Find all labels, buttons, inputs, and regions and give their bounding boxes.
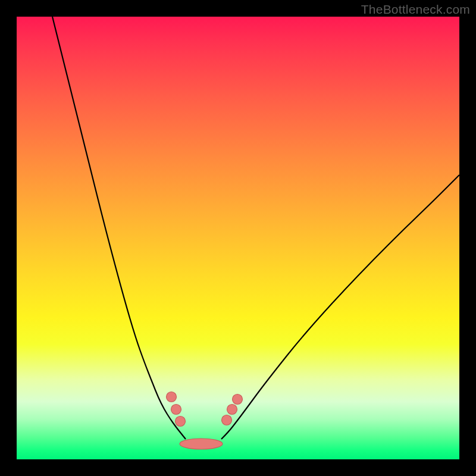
floor-pill-marker: [180, 439, 223, 449]
bottleneck-curve: [17, 17, 459, 459]
markers-left-group: [167, 392, 186, 427]
chart-plot-area: [17, 17, 459, 459]
curve-right-branch: [221, 175, 459, 439]
markers-right-group: [222, 394, 243, 425]
marker-left-2: [176, 416, 186, 427]
watermark-text: TheBottleneck.com: [361, 2, 470, 17]
marker-right-1: [227, 405, 237, 415]
marker-right-0: [222, 415, 232, 425]
marker-left-1: [171, 405, 181, 415]
marker-left-0: [167, 392, 177, 402]
marker-right-2: [233, 394, 243, 405]
curve-left-branch: [52, 17, 186, 439]
